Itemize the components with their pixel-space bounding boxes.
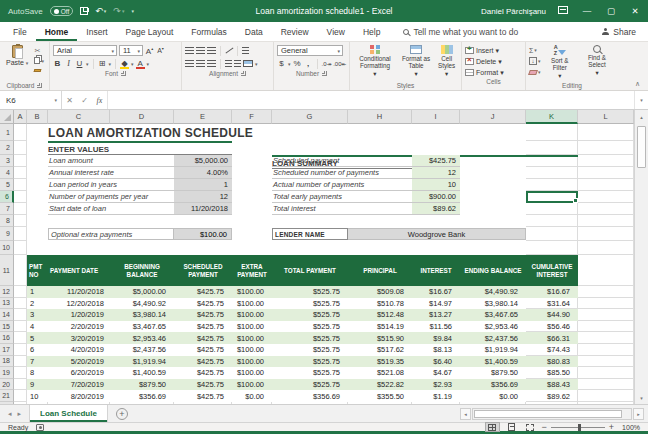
align-top-button[interactable]	[185, 47, 194, 54]
align-center-button[interactable]	[196, 60, 205, 67]
table-cell[interactable]: $525.75	[272, 298, 348, 310]
table-cell[interactable]: $2,437.56	[110, 344, 174, 356]
cell-L3[interactable]	[578, 155, 634, 167]
table-cell[interactable]: $88.43	[526, 379, 578, 391]
cell-A11[interactable]	[14, 255, 27, 286]
percent-style-button[interactable]: %	[293, 59, 302, 68]
close-button[interactable]: ✕	[628, 6, 642, 16]
table-cell[interactable]: 3/20/2019	[48, 332, 110, 344]
column-header-D[interactable]: D	[110, 110, 174, 124]
vertical-scrollbar[interactable]: ▴▾	[634, 110, 648, 404]
scroll-left-arrow[interactable]: ◂	[460, 408, 471, 420]
table-cell[interactable]: $425.75	[174, 309, 232, 321]
table-cell[interactable]: $425.75	[174, 332, 232, 344]
table-cell[interactable]: 9	[27, 379, 48, 391]
cancel-entry-button[interactable]: ✕	[62, 96, 77, 105]
cell-A8[interactable]	[14, 215, 27, 227]
conditional-formatting-button[interactable]: Conditional Formatting▾	[353, 44, 397, 79]
table-header-cell[interactable]: BEGINNING BALANCE	[110, 255, 174, 286]
table-cell[interactable]: $0.00	[460, 390, 526, 402]
table-cell[interactable]: $100.00	[232, 286, 272, 298]
table-cell[interactable]: 2/20/2019	[48, 321, 110, 333]
row-header-1[interactable]: 1	[0, 124, 14, 141]
table-header-cell[interactable]: INTEREST	[412, 255, 460, 286]
font-color-button[interactable]: A	[136, 59, 145, 68]
cell-A13[interactable]	[14, 298, 27, 310]
fill-color-button[interactable]: ◆	[120, 59, 129, 68]
table-cell[interactable]: 8/20/2019	[48, 390, 110, 402]
clipboard-dialog-launcher[interactable]	[37, 83, 42, 88]
cell-A1[interactable]	[14, 124, 27, 141]
cell-A9[interactable]	[14, 227, 27, 241]
table-cell[interactable]: $66.31	[526, 332, 578, 344]
summary-value-cell[interactable]: 12	[412, 167, 460, 178]
table-cell[interactable]: $515.90	[348, 332, 412, 344]
cell-L14[interactable]	[578, 309, 634, 321]
font-size-combo[interactable]: 11▾	[119, 45, 143, 56]
column-header-I[interactable]: I	[412, 110, 460, 124]
cell-A16[interactable]	[14, 332, 27, 344]
row-header-2[interactable]: 2	[0, 141, 14, 155]
autosave-toggle[interactable]: Off	[50, 6, 74, 16]
table-cell[interactable]: 5	[27, 332, 48, 344]
summary-value-cell[interactable]: $89.62	[412, 203, 460, 214]
cell-L2[interactable]	[578, 141, 634, 155]
row-header-9[interactable]: 9	[0, 227, 14, 241]
row-header-7[interactable]: 7	[0, 203, 14, 215]
table-cell[interactable]: $355.50	[348, 390, 412, 402]
cell-L21[interactable]	[578, 390, 634, 402]
menu-tab-formulas[interactable]: Formulas	[182, 22, 235, 41]
copy-button[interactable]: ▾	[34, 56, 44, 65]
table-cell[interactable]: $5,000.00	[110, 286, 174, 298]
table-cell[interactable]: $356.69	[460, 379, 526, 391]
row-header-19[interactable]: 19	[0, 367, 14, 379]
table-cell[interactable]: $425.75	[174, 344, 232, 356]
cell-A7[interactable]	[14, 203, 27, 215]
input-value-cell[interactable]: 12	[174, 191, 232, 202]
cell-A15[interactable]	[14, 321, 27, 333]
horizontal-scroll-thumb[interactable]	[474, 410, 622, 418]
new-sheet-button[interactable]: +	[116, 408, 128, 420]
cut-button[interactable]: ✂	[34, 46, 44, 55]
table-cell[interactable]: $8.13	[412, 344, 460, 356]
table-cell[interactable]: 1	[27, 286, 48, 298]
menu-tab-file[interactable]: File	[4, 22, 36, 41]
font-name-combo[interactable]: Arial▾	[53, 45, 117, 56]
selected-cell-K6[interactable]	[526, 191, 578, 203]
row-header-6[interactable]: 6	[0, 191, 14, 203]
cell-L9[interactable]	[578, 227, 634, 241]
column-header-A[interactable]: A	[14, 110, 27, 124]
table-cell[interactable]: 11/20/2018	[48, 286, 110, 298]
cell-K10[interactable]	[526, 241, 578, 255]
menu-tab-view[interactable]: View	[318, 22, 354, 41]
cell-K5[interactable]	[526, 179, 578, 191]
table-cell[interactable]: $31.64	[526, 298, 578, 310]
table-cell[interactable]: $44.90	[526, 309, 578, 321]
format-as-table-button[interactable]: Format as Table▾	[400, 44, 432, 79]
cell-B22[interactable]	[27, 402, 48, 404]
summary-value-cell[interactable]: $900.00	[412, 191, 460, 202]
underline-button[interactable]: U	[75, 59, 84, 68]
row-header-18[interactable]: 18	[0, 356, 14, 368]
table-cell[interactable]: $425.75	[174, 298, 232, 310]
fill-button[interactable]: ↓▾	[529, 56, 541, 66]
decrease-indent-button[interactable]	[225, 60, 232, 67]
table-cell[interactable]: $16.67	[526, 286, 578, 298]
zoom-slider[interactable]	[551, 427, 605, 428]
cell-L1[interactable]	[578, 124, 634, 141]
column-header-F[interactable]: F	[232, 110, 272, 124]
cell-L17[interactable]	[578, 344, 634, 356]
font-dialog-launcher[interactable]	[121, 71, 126, 76]
next-sheet-button[interactable]: ▸	[18, 410, 22, 418]
align-right-button[interactable]	[207, 60, 216, 67]
row-header-20[interactable]: 20	[0, 379, 14, 391]
cell-A4[interactable]	[14, 167, 27, 179]
cell-L5[interactable]	[578, 179, 634, 191]
cell-K2[interactable]	[526, 141, 578, 155]
column-header-B[interactable]: B	[27, 110, 48, 124]
row-header-11[interactable]: 11	[0, 255, 14, 286]
vertical-scroll-thumb[interactable]	[637, 126, 646, 168]
cell-L4[interactable]	[578, 167, 634, 179]
column-header-K[interactable]: K	[526, 110, 578, 124]
increase-decimal-button[interactable]: .0↠	[321, 60, 331, 67]
